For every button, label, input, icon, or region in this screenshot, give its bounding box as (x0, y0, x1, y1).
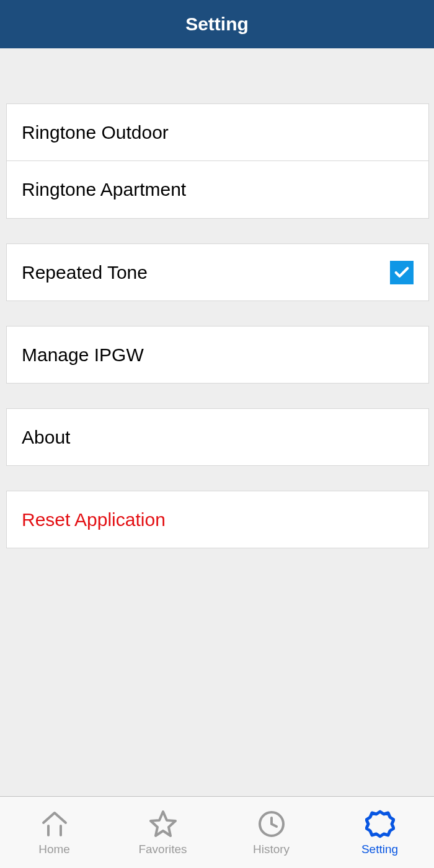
ringtone-outdoor-label: Ringtone Outdoor (22, 122, 169, 143)
about-group: About (0, 408, 434, 466)
tab-home-label: Home (38, 843, 70, 856)
reset-application-row[interactable]: Reset Application (6, 491, 429, 548)
reset-application-label: Reset Application (22, 509, 166, 530)
tab-history-label: History (253, 843, 290, 856)
tab-setting[interactable]: Setting (326, 797, 434, 868)
tab-favorites-label: Favorites (138, 843, 187, 856)
svg-point-1 (375, 819, 385, 829)
ringtone-apartment-row[interactable]: Ringtone Apartment (6, 161, 429, 219)
ringtone-outdoor-row[interactable]: Ringtone Outdoor (6, 103, 429, 161)
home-icon (40, 809, 69, 839)
about-row[interactable]: About (6, 408, 429, 466)
ringtone-apartment-label: Ringtone Apartment (22, 179, 186, 200)
tab-favorites[interactable]: Favorites (108, 797, 217, 868)
manage-group: Manage IPGW (0, 326, 434, 384)
content: Ringtone Outdoor Ringtone Apartment Repe… (0, 48, 434, 548)
repeated-tone-label: Repeated Tone (22, 262, 148, 283)
manage-ipgw-row[interactable]: Manage IPGW (6, 326, 429, 384)
clock-icon (257, 809, 286, 839)
star-icon (148, 809, 178, 839)
tab-history[interactable]: History (217, 797, 326, 868)
manage-ipgw-label: Manage IPGW (22, 344, 144, 366)
reset-group: Reset Application (0, 491, 434, 548)
gear-icon (365, 809, 395, 839)
tabbar: Home Favorites History Setting (0, 796, 434, 868)
check-icon (393, 264, 410, 281)
tab-setting-label: Setting (361, 843, 398, 856)
repeated-tone-row[interactable]: Repeated Tone (6, 243, 429, 301)
header: Setting (0, 0, 434, 48)
page-title: Setting (185, 14, 249, 35)
repeated-tone-checkbox[interactable] (390, 261, 414, 284)
tab-home[interactable]: Home (0, 797, 108, 868)
about-label: About (22, 427, 70, 448)
ringtone-group: Ringtone Outdoor Ringtone Apartment (0, 103, 434, 219)
tone-group: Repeated Tone (0, 243, 434, 301)
